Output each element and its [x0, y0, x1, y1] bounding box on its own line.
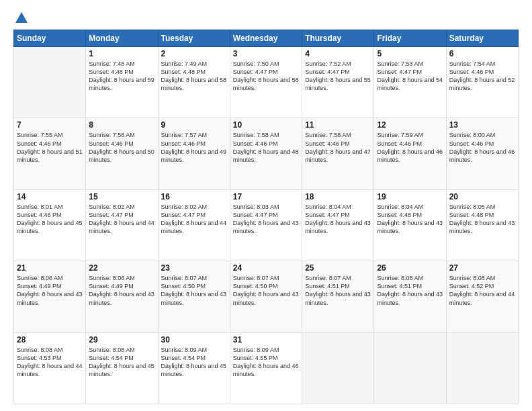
day-number: 22 [89, 263, 154, 273]
cell-info: Sunrise: 8:09 AMSunset: 4:55 PMDaylight:… [233, 346, 299, 379]
calendar-cell: 18Sunrise: 8:04 AMSunset: 4:47 PMDayligh… [302, 189, 374, 261]
day-number: 18 [305, 192, 371, 201]
calendar-cell: 11Sunrise: 7:58 AMSunset: 4:46 PMDayligh… [302, 118, 374, 189]
cell-info: Sunrise: 8:00 AMSunset: 4:46 PMDaylight:… [449, 131, 515, 164]
cell-info: Sunrise: 7:48 AMSunset: 4:48 PMDaylight:… [89, 60, 154, 93]
cell-info: Sunrise: 7:53 AMSunset: 4:47 PMDaylight:… [377, 60, 443, 93]
cell-info: Sunrise: 8:07 AMSunset: 4:50 PMDaylight:… [161, 274, 227, 307]
day-number: 10 [233, 120, 299, 130]
weekday-header: Saturday [446, 30, 518, 47]
calendar-cell: 24Sunrise: 8:07 AMSunset: 4:50 PMDayligh… [230, 261, 302, 332]
day-number: 11 [305, 120, 371, 130]
cell-info: Sunrise: 8:07 AMSunset: 4:50 PMDaylight:… [233, 274, 299, 307]
calendar: SundayMondayTuesdayWednesdayThursdayFrid… [13, 30, 519, 404]
calendar-cell: 26Sunrise: 8:08 AMSunset: 4:51 PMDayligh… [374, 261, 446, 332]
cell-info: Sunrise: 8:08 AMSunset: 4:52 PMDaylight:… [449, 274, 515, 307]
header [13, 11, 519, 23]
svg-marker-0 [15, 12, 28, 23]
calendar-cell: 9Sunrise: 7:57 AMSunset: 4:46 PMDaylight… [158, 118, 230, 189]
calendar-cell: 3Sunrise: 7:50 AMSunset: 4:47 PMDaylight… [230, 47, 302, 118]
cell-info: Sunrise: 8:08 AMSunset: 4:54 PMDaylight:… [89, 346, 154, 379]
calendar-cell: 14Sunrise: 8:01 AMSunset: 4:46 PMDayligh… [14, 189, 86, 261]
calendar-cell: 22Sunrise: 8:06 AMSunset: 4:49 PMDayligh… [86, 261, 158, 332]
weekday-header: Sunday [14, 30, 86, 47]
calendar-cell: 31Sunrise: 8:09 AMSunset: 4:55 PMDayligh… [230, 332, 302, 404]
calendar-cell: 25Sunrise: 8:07 AMSunset: 4:51 PMDayligh… [302, 261, 374, 332]
cell-info: Sunrise: 8:08 AMSunset: 4:53 PMDaylight:… [17, 346, 83, 379]
calendar-cell: 21Sunrise: 8:06 AMSunset: 4:49 PMDayligh… [14, 261, 86, 332]
calendar-cell: 12Sunrise: 7:59 AMSunset: 4:46 PMDayligh… [374, 118, 446, 189]
cell-info: Sunrise: 8:07 AMSunset: 4:51 PMDaylight:… [305, 274, 371, 307]
weekday-header: Thursday [302, 30, 374, 47]
day-number: 14 [17, 192, 83, 201]
cell-info: Sunrise: 7:59 AMSunset: 4:46 PMDaylight:… [377, 131, 443, 164]
calendar-cell: 29Sunrise: 8:08 AMSunset: 4:54 PMDayligh… [86, 332, 158, 404]
calendar-cell: 23Sunrise: 8:07 AMSunset: 4:50 PMDayligh… [158, 261, 230, 332]
day-number: 19 [377, 192, 443, 201]
cell-info: Sunrise: 8:09 AMSunset: 4:54 PMDaylight:… [161, 346, 227, 379]
cell-info: Sunrise: 8:06 AMSunset: 4:49 PMDaylight:… [17, 274, 83, 307]
day-number: 29 [89, 335, 154, 345]
calendar-cell: 17Sunrise: 8:03 AMSunset: 4:47 PMDayligh… [230, 189, 302, 261]
day-number: 2 [161, 49, 227, 58]
cell-info: Sunrise: 8:06 AMSunset: 4:49 PMDaylight:… [89, 274, 154, 307]
calendar-cell: 10Sunrise: 7:58 AMSunset: 4:46 PMDayligh… [230, 118, 302, 189]
day-number: 23 [161, 263, 227, 273]
day-number: 1 [89, 49, 154, 58]
calendar-cell: 28Sunrise: 8:08 AMSunset: 4:53 PMDayligh… [14, 332, 86, 404]
day-number: 3 [233, 49, 299, 58]
day-number: 28 [17, 335, 83, 345]
day-number: 5 [377, 49, 443, 58]
calendar-cell: 15Sunrise: 8:02 AMSunset: 4:47 PMDayligh… [86, 189, 158, 261]
cell-info: Sunrise: 7:58 AMSunset: 4:46 PMDaylight:… [305, 131, 371, 164]
calendar-cell [374, 332, 446, 404]
day-number: 26 [377, 263, 443, 273]
cell-info: Sunrise: 8:01 AMSunset: 4:46 PMDaylight:… [17, 203, 83, 236]
cell-info: Sunrise: 7:55 AMSunset: 4:46 PMDaylight:… [17, 131, 83, 164]
cell-info: Sunrise: 8:08 AMSunset: 4:51 PMDaylight:… [377, 274, 443, 307]
calendar-cell: 19Sunrise: 8:04 AMSunset: 4:48 PMDayligh… [374, 189, 446, 261]
cell-info: Sunrise: 8:05 AMSunset: 4:48 PMDaylight:… [449, 203, 515, 236]
day-number: 8 [89, 120, 154, 130]
day-number: 20 [449, 192, 515, 201]
calendar-cell: 6Sunrise: 7:54 AMSunset: 4:46 PMDaylight… [446, 47, 518, 118]
day-number: 7 [17, 120, 83, 130]
cell-info: Sunrise: 7:52 AMSunset: 4:47 PMDaylight:… [305, 60, 371, 93]
calendar-cell: 27Sunrise: 8:08 AMSunset: 4:52 PMDayligh… [446, 261, 518, 332]
logo-icon [14, 11, 29, 26]
day-number: 13 [449, 120, 515, 130]
cell-info: Sunrise: 8:02 AMSunset: 4:47 PMDaylight:… [161, 203, 227, 236]
day-number: 9 [161, 120, 227, 130]
cell-info: Sunrise: 8:03 AMSunset: 4:47 PMDaylight:… [233, 203, 299, 236]
day-number: 15 [89, 192, 154, 201]
cell-info: Sunrise: 8:02 AMSunset: 4:47 PMDaylight:… [89, 203, 154, 236]
cell-info: Sunrise: 7:54 AMSunset: 4:46 PMDaylight:… [449, 60, 515, 93]
day-number: 12 [377, 120, 443, 130]
calendar-cell: 4Sunrise: 7:52 AMSunset: 4:47 PMDaylight… [302, 47, 374, 118]
weekday-header: Monday [86, 30, 158, 47]
calendar-cell: 20Sunrise: 8:05 AMSunset: 4:48 PMDayligh… [446, 189, 518, 261]
calendar-cell: 13Sunrise: 8:00 AMSunset: 4:46 PMDayligh… [446, 118, 518, 189]
weekday-header: Tuesday [158, 30, 230, 47]
calendar-cell: 16Sunrise: 8:02 AMSunset: 4:47 PMDayligh… [158, 189, 230, 261]
logo [13, 11, 30, 23]
day-number: 30 [161, 335, 227, 345]
calendar-cell [14, 47, 86, 118]
day-number: 27 [449, 263, 515, 273]
day-number: 25 [305, 263, 371, 273]
day-number: 6 [449, 49, 515, 58]
calendar-cell: 2Sunrise: 7:49 AMSunset: 4:48 PMDaylight… [158, 47, 230, 118]
calendar-cell: 5Sunrise: 7:53 AMSunset: 4:47 PMDaylight… [374, 47, 446, 118]
calendar-cell: 1Sunrise: 7:48 AMSunset: 4:48 PMDaylight… [86, 47, 158, 118]
weekday-header: Wednesday [230, 30, 302, 47]
page: SundayMondayTuesdayWednesdayThursdayFrid… [0, 0, 532, 411]
day-number: 24 [233, 263, 299, 273]
day-number: 31 [233, 335, 299, 345]
calendar-cell: 30Sunrise: 8:09 AMSunset: 4:54 PMDayligh… [158, 332, 230, 404]
calendar-cell [302, 332, 374, 404]
day-number: 17 [233, 192, 299, 201]
cell-info: Sunrise: 7:49 AMSunset: 4:48 PMDaylight:… [161, 60, 227, 93]
day-number: 21 [17, 263, 83, 273]
calendar-cell: 8Sunrise: 7:56 AMSunset: 4:46 PMDaylight… [86, 118, 158, 189]
calendar-cell: 7Sunrise: 7:55 AMSunset: 4:46 PMDaylight… [14, 118, 86, 189]
